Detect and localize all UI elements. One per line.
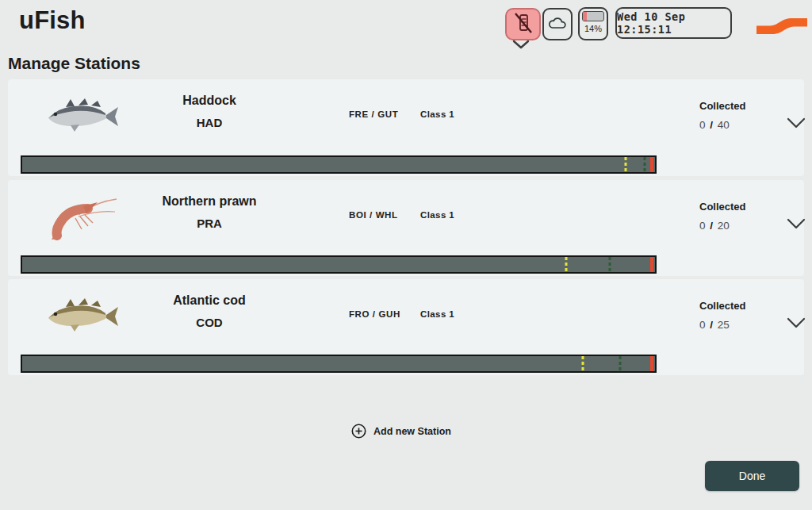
collected-block: Collected 0 / 25 (699, 300, 746, 331)
bar-marker-yellow (565, 257, 568, 272)
station-row-haddock[interactable]: Haddock HAD FRE / GUT Class 1 Collected … (8, 79, 804, 176)
collected-count: 0 / 40 (699, 119, 746, 131)
condition-product-codes: FRE / GUT (349, 109, 398, 119)
species-code: HAD (125, 116, 293, 129)
battery-percentage: 14% (584, 24, 602, 33)
prawn-image (44, 194, 123, 240)
bar-marker-red (650, 157, 653, 172)
plus-circle-icon (351, 424, 366, 439)
add-new-station-label: Add new Station (373, 426, 451, 437)
bar-marker-yellow (625, 157, 627, 172)
cloud-icon (547, 15, 568, 34)
battery-fill (583, 12, 587, 21)
bar-marker-green (619, 356, 622, 371)
bar-marker-green (644, 157, 646, 172)
expand-chevron-down-icon[interactable] (787, 218, 806, 230)
collected-block: Collected 0 / 20 (699, 201, 746, 232)
battery-status-button[interactable]: 14% (578, 7, 608, 40)
collected-value: 0 (699, 319, 706, 331)
length-distribution-bar (21, 255, 657, 274)
collected-count: 0 / 25 (699, 319, 746, 331)
collected-separator: / (708, 220, 714, 232)
condition-product-codes: FRO / GUH (349, 309, 400, 319)
cloud-sync-button[interactable] (542, 8, 573, 40)
species-name-block: Northern prawn PRA (125, 194, 293, 230)
station-row-northern-prawn[interactable]: Northern prawn PRA BOI / WHL Class 1 Col… (8, 180, 804, 276)
bar-marker-red (650, 356, 653, 371)
collected-target: 25 (718, 319, 730, 331)
collected-value: 0 (699, 119, 706, 131)
length-distribution-bar (21, 155, 657, 174)
done-button[interactable]: Done (705, 461, 799, 491)
species-name-block: Haddock HAD (125, 94, 293, 129)
page-title: Manage Stations (8, 54, 140, 73)
collected-separator: / (708, 119, 714, 131)
collected-label: Collected (699, 300, 746, 312)
haddock-fish-image (44, 94, 123, 140)
length-distribution-bar (21, 355, 657, 373)
grade-label: Class 1 (420, 309, 454, 319)
species-name: Haddock (125, 94, 293, 108)
scale-menu-chevron-down-icon[interactable] (512, 39, 530, 49)
species-code: COD (125, 316, 293, 329)
condition-product-codes: BOI / WHL (349, 210, 398, 220)
collected-target: 40 (718, 119, 730, 131)
species-name: Atlantic cod (125, 293, 293, 308)
datetime-display[interactable]: Wed 10 Sep 12:15:11 (615, 7, 732, 39)
cod-fish-image (44, 293, 123, 339)
species-name: Northern prawn (125, 194, 293, 209)
species-name-block: Atlantic cod COD (125, 293, 293, 329)
scale-disconnected-icon (513, 12, 534, 37)
battery-icon (582, 11, 604, 21)
scale-disconnected-button[interactable] (505, 8, 541, 40)
collected-label: Collected (699, 100, 746, 112)
brand-swoosh-logo (756, 16, 808, 36)
species-code: PRA (125, 217, 293, 230)
bar-marker-yellow (582, 356, 584, 371)
grade-label: Class 1 (420, 210, 454, 220)
bar-marker-green (609, 257, 611, 272)
collected-label: Collected (699, 201, 746, 213)
app-title: uFish (19, 6, 86, 35)
add-new-station-button[interactable]: Add new Station (351, 424, 451, 439)
collected-value: 0 (699, 220, 706, 232)
collected-target: 20 (718, 220, 730, 232)
collected-count: 0 / 20 (699, 220, 746, 232)
ufish-app: uFish 14% Wed 10 Sep 12:15:11 (0, 0, 812, 510)
expand-chevron-down-icon[interactable] (787, 317, 806, 329)
grade-label: Class 1 (420, 109, 454, 119)
station-row-atlantic-cod[interactable]: Atlantic cod COD FRO / GUH Class 1 Colle… (8, 279, 804, 375)
bar-marker-red (650, 257, 653, 272)
expand-chevron-down-icon[interactable] (787, 117, 806, 129)
collected-block: Collected 0 / 40 (699, 100, 746, 131)
collected-separator: / (708, 319, 714, 331)
